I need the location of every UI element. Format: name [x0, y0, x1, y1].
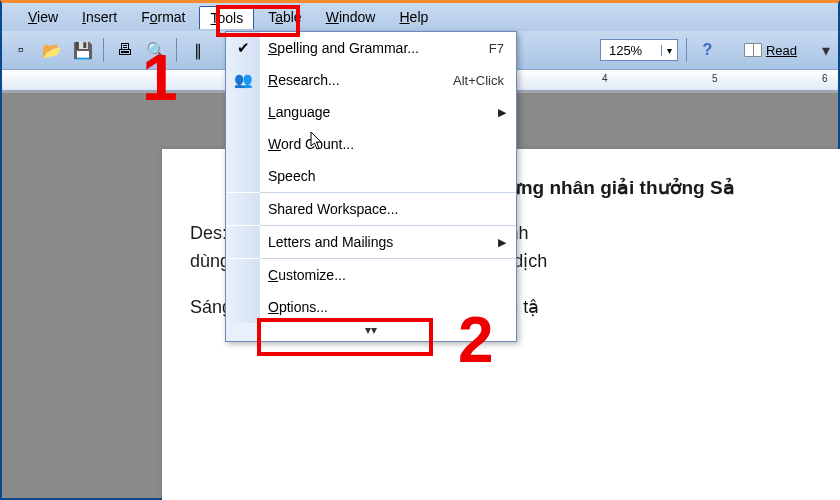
- new-doc-icon[interactable]: ▫: [8, 38, 33, 63]
- cut-icon[interactable]: ∥: [185, 38, 210, 63]
- menu-item-research[interactable]: 👥Research...Alt+Click: [226, 64, 516, 96]
- menu-expand-icon[interactable]: ▾▾: [226, 323, 516, 341]
- print-preview-icon[interactable]: 🔍: [143, 38, 168, 63]
- menu-item-letters-and-mailings[interactable]: Letters and Mailings▶: [226, 226, 516, 258]
- ruler-mark: 4: [602, 73, 608, 84]
- menu-item-label: Customize...: [260, 267, 516, 283]
- menu-format[interactable]: Format: [131, 6, 195, 28]
- open-icon[interactable]: 📂: [39, 38, 64, 63]
- menu-item-icon: [226, 96, 260, 128]
- toolbar-options-icon[interactable]: ▾: [813, 38, 838, 63]
- menu-shortcut: Alt+Click: [453, 73, 516, 88]
- menu-item-shared-workspace[interactable]: Shared Workspace...: [226, 193, 516, 225]
- book-icon: [744, 43, 762, 57]
- menu-item-label: Spelling and Grammar...: [260, 40, 489, 56]
- tools-menu-dropdown: ✔Spelling and Grammar...F7👥Research...Al…: [225, 31, 517, 342]
- zoom-combo[interactable]: 125% ▾: [600, 39, 678, 61]
- menu-tools[interactable]: Tools: [199, 6, 254, 29]
- menu-item-label: Language: [260, 104, 516, 120]
- menu-item-icon: 👥: [226, 64, 260, 96]
- menu-item-icon: [226, 128, 260, 160]
- menu-item-label: Options...: [260, 299, 516, 315]
- menu-item-options[interactable]: Options...: [226, 291, 516, 323]
- menu-window[interactable]: Window: [316, 6, 386, 28]
- menu-item-icon: [226, 259, 260, 291]
- ruler-mark: 6: [822, 73, 828, 84]
- menu-item-spelling-and-grammar[interactable]: ✔Spelling and Grammar...F7: [226, 32, 516, 64]
- menu-item-icon: [226, 226, 260, 258]
- menu-item-label: Letters and Mailings: [260, 234, 516, 250]
- read-button[interactable]: Read: [744, 43, 797, 58]
- menu-item-icon: [226, 291, 260, 323]
- menu-help[interactable]: Help: [389, 6, 438, 28]
- menu-shortcut: F7: [489, 41, 516, 56]
- menu-item-label: Speech: [260, 168, 516, 184]
- menu-item-customize[interactable]: Customize...: [226, 259, 516, 291]
- submenu-arrow-icon: ▶: [498, 106, 506, 119]
- menu-item-label: Word Count...: [260, 136, 516, 152]
- menu-item-word-count[interactable]: Word Count...: [226, 128, 516, 160]
- help-icon[interactable]: ?: [695, 38, 720, 63]
- zoom-value: 125%: [601, 41, 661, 60]
- menubar: ViewInsertFormatToolsTableWindowHelp: [2, 3, 838, 31]
- menu-table[interactable]: Table: [258, 6, 311, 28]
- submenu-arrow-icon: ▶: [498, 236, 506, 249]
- menu-item-label: Shared Workspace...: [260, 201, 516, 217]
- menu-item-icon: [226, 160, 260, 192]
- menu-insert[interactable]: Insert: [72, 6, 127, 28]
- menu-item-label: Research...: [260, 72, 453, 88]
- menu-item-language[interactable]: Language▶: [226, 96, 516, 128]
- print-icon[interactable]: 🖶: [112, 38, 137, 63]
- save-icon[interactable]: 💾: [70, 38, 95, 63]
- menu-view[interactable]: View: [18, 6, 68, 28]
- menu-item-speech[interactable]: Speech: [226, 160, 516, 192]
- menu-item-icon: ✔: [226, 32, 260, 64]
- ruler-mark: 5: [712, 73, 718, 84]
- chevron-down-icon[interactable]: ▾: [661, 45, 677, 56]
- menu-item-icon: [226, 193, 260, 225]
